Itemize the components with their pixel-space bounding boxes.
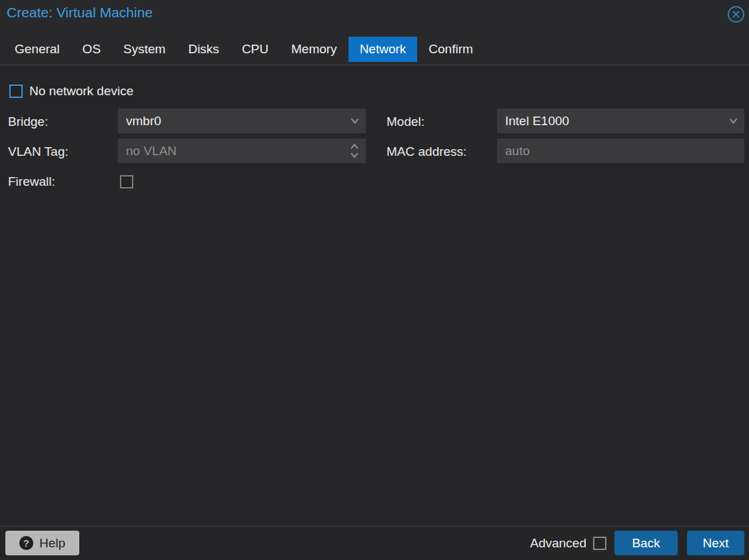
mac-address-field[interactable] [497,139,744,163]
close-icon[interactable] [727,5,745,23]
dialog-footer: ? Help Advanced Back Next [0,526,749,560]
firewall-label: Firewall: [8,174,55,189]
chevron-up-down-icon[interactable] [343,139,366,163]
bridge-label: Bridge: [8,115,48,129]
firewall-checkbox[interactable] [120,175,133,188]
footer-actions: Advanced Back Next [530,531,744,555]
chevron-down-icon[interactable] [722,109,744,133]
vlan-tag-label: VLAN Tag: [8,144,68,159]
tab-system[interactable]: System [112,37,177,62]
advanced-checkbox[interactable] [593,537,606,550]
advanced-label: Advanced [530,536,586,551]
help-button[interactable]: ? Help [5,531,79,555]
vlan-tag-input[interactable] [118,139,343,163]
tab-bar: General OS System Disks CPU Memory Netwo… [3,37,484,62]
dialog-header: Create: Virtual Machine General OS Syste… [0,0,749,65]
model-label: Model: [386,115,424,129]
tab-memory[interactable]: Memory [280,37,349,62]
help-button-label: Help [39,536,65,551]
vlan-tag-spinner-field[interactable] [118,139,366,163]
no-network-device-checkbox[interactable] [9,85,23,98]
mac-address-input[interactable] [497,139,744,163]
model-input[interactable] [497,109,722,133]
bridge-input[interactable] [118,109,343,133]
no-network-device-label: No network device [29,84,133,99]
mac-address-label: MAC address: [386,144,466,159]
chevron-down-icon[interactable] [343,109,366,133]
create-vm-window: { "window": { "title": "Create: Virtual … [0,0,749,560]
tab-cpu[interactable]: CPU [231,37,280,62]
tab-general[interactable]: General [3,37,71,62]
tab-disks[interactable]: Disks [177,37,230,62]
question-circle-icon: ? [19,536,33,550]
bridge-combobox[interactable] [118,109,366,133]
next-button[interactable]: Next [687,531,744,555]
dialog-title: Create: Virtual Machine [7,5,153,21]
tab-os[interactable]: OS [71,37,112,62]
back-button[interactable]: Back [614,531,678,555]
model-combobox[interactable] [497,109,744,133]
no-network-device-row: No network device [9,84,133,99]
tab-network[interactable]: Network [349,37,418,62]
tab-confirm[interactable]: Confirm [417,37,484,62]
